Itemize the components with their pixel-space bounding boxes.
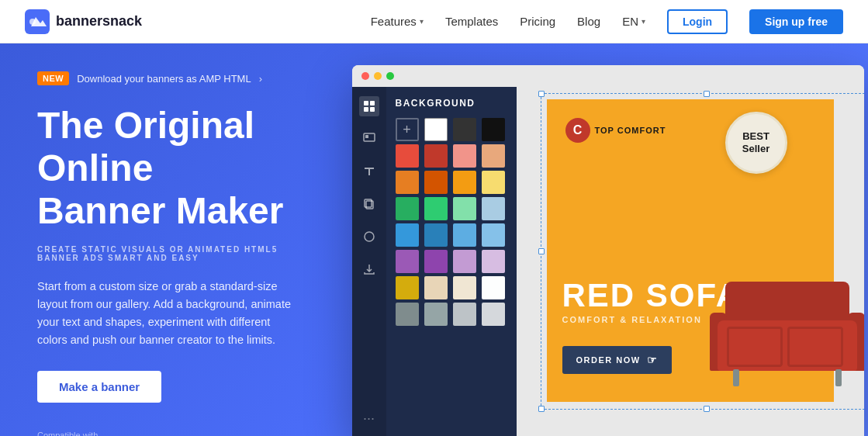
- color-red2[interactable]: [424, 144, 448, 168]
- sofa-cushion-right: [787, 327, 843, 367]
- color-dark[interactable]: [453, 118, 476, 141]
- make-banner-button[interactable]: Make a banner: [37, 371, 161, 403]
- export-tool[interactable]: [359, 259, 379, 279]
- chevron-down-icon: ▾: [420, 17, 424, 26]
- sofa-cushion-left: [727, 327, 783, 367]
- nav-lang[interactable]: EN ▾: [622, 15, 645, 28]
- color-skin[interactable]: [453, 276, 476, 299]
- text-tool[interactable]: [359, 161, 379, 182]
- logo-icon: [25, 9, 50, 34]
- handle-lm[interactable]: [538, 248, 545, 254]
- hero-description: Start from a custom size or grab a stand…: [37, 278, 301, 350]
- color-grid: +: [396, 118, 507, 326]
- color-yellow1[interactable]: [453, 171, 476, 194]
- more-tools[interactable]: ···: [363, 410, 375, 427]
- best-seller-badge: BEST Seller: [725, 112, 787, 174]
- color-red1[interactable]: [396, 144, 419, 168]
- panel-title: BACKGROUND: [396, 98, 507, 109]
- svg-point-10: [365, 232, 374, 241]
- svg-rect-7: [365, 135, 368, 138]
- sofa-body: [710, 301, 864, 386]
- color-lightblue[interactable]: [482, 197, 505, 220]
- svg-rect-2: [364, 101, 368, 106]
- color-green3[interactable]: [453, 197, 476, 220]
- color-green2[interactable]: [424, 197, 448, 220]
- color-offwhite[interactable]: [482, 276, 505, 299]
- browser-bar: [352, 65, 864, 87]
- banner-logo: C TOP COMFORT: [565, 118, 666, 143]
- handle-tm[interactable]: [704, 91, 710, 97]
- compat-section: Compatible with iab. Google Ads ffaceboo…: [37, 431, 316, 436]
- svg-rect-3: [370, 101, 375, 106]
- compat-label: Compatible with: [37, 431, 316, 436]
- browser-maximize-dot: [386, 72, 394, 80]
- color-green1[interactable]: [396, 197, 419, 220]
- color-gray1[interactable]: [396, 303, 419, 326]
- color-blue4[interactable]: [482, 223, 505, 247]
- copy-tool[interactable]: [359, 194, 379, 214]
- lang-chevron-icon: ▾: [641, 17, 645, 26]
- color-purple2[interactable]: [424, 250, 448, 273]
- badge-best: BEST: [742, 130, 769, 143]
- sofa-leg-left: [733, 369, 739, 386]
- signup-button[interactable]: Sign up free: [749, 9, 843, 34]
- nav-blog[interactable]: Blog: [577, 15, 600, 28]
- svg-rect-4: [364, 107, 368, 112]
- color-orange1[interactable]: [396, 171, 419, 194]
- handle-bm[interactable]: [704, 406, 710, 412]
- logo-circle: C: [565, 118, 590, 143]
- shape-tool[interactable]: [359, 227, 379, 247]
- banner-cta-button: ORDER NOW ☞: [562, 346, 673, 374]
- nav-links: Features ▾ Templates Pricing Blog EN ▾ L…: [371, 9, 843, 34]
- browser-close-dot: [361, 72, 369, 80]
- color-blue3[interactable]: [453, 223, 476, 247]
- login-button[interactable]: Login: [667, 9, 728, 34]
- layout-tool[interactable]: [359, 96, 379, 116]
- color-gray4[interactable]: [482, 303, 505, 326]
- navbar: bannersnack Features ▾ Templates Pricing…: [0, 0, 868, 43]
- sofa-leg-right: [835, 369, 842, 386]
- sofa-illustration: [694, 262, 864, 386]
- nav-features[interactable]: Features ▾: [371, 15, 424, 28]
- color-purple3[interactable]: [453, 250, 476, 273]
- color-gray3[interactable]: [453, 303, 476, 326]
- editor-sidebar: ···: [352, 87, 386, 436]
- editor-canvas: C TOP COMFORT BEST Seller RED SOFA: [517, 87, 864, 436]
- nav-pricing[interactable]: Pricing: [520, 15, 555, 28]
- color-blue2[interactable]: [424, 223, 448, 247]
- color-cream[interactable]: [424, 276, 448, 299]
- arrow-icon: ›: [259, 73, 262, 85]
- svg-rect-5: [370, 107, 375, 112]
- nav-templates[interactable]: Templates: [445, 15, 498, 28]
- color-black[interactable]: [482, 118, 505, 141]
- color-panel: BACKGROUND +: [386, 87, 517, 436]
- hero-section: NEW Download your banners as AMP HTML › …: [0, 43, 868, 436]
- svg-point-1: [29, 19, 36, 25]
- color-purple4[interactable]: [482, 250, 505, 273]
- hero-title: The Original Online Banner Maker: [37, 104, 316, 233]
- sofa-back: [725, 282, 849, 324]
- color-purple1[interactable]: [396, 250, 419, 273]
- color-salmon[interactable]: [482, 144, 505, 168]
- logo-text: bannersnack: [56, 13, 142, 29]
- add-color-button[interactable]: +: [396, 118, 419, 141]
- color-yellow2[interactable]: [482, 171, 505, 194]
- new-badge: NEW Download your banners as AMP HTML ›: [37, 71, 316, 85]
- handle-bl[interactable]: [538, 406, 545, 412]
- color-gray2[interactable]: [424, 303, 448, 326]
- color-gold[interactable]: [396, 276, 419, 299]
- cursor-icon: ☞: [647, 354, 659, 366]
- amp-announcement: Download your banners as AMP HTML: [77, 73, 251, 85]
- hero-right: ··· BACKGROUND +: [348, 43, 868, 436]
- color-white[interactable]: [424, 118, 448, 141]
- handle-tl[interactable]: [538, 91, 545, 97]
- browser-minimize-dot: [374, 72, 382, 80]
- color-red3[interactable]: [453, 144, 476, 168]
- new-tag: NEW: [37, 71, 69, 85]
- hero-left: NEW Download your banners as AMP HTML › …: [0, 43, 348, 436]
- background-tool[interactable]: [359, 129, 379, 149]
- banner-logo-text: TOP COMFORT: [595, 126, 666, 135]
- logo-link[interactable]: bannersnack: [25, 9, 142, 34]
- color-orange2[interactable]: [424, 171, 448, 194]
- color-blue1[interactable]: [396, 223, 419, 247]
